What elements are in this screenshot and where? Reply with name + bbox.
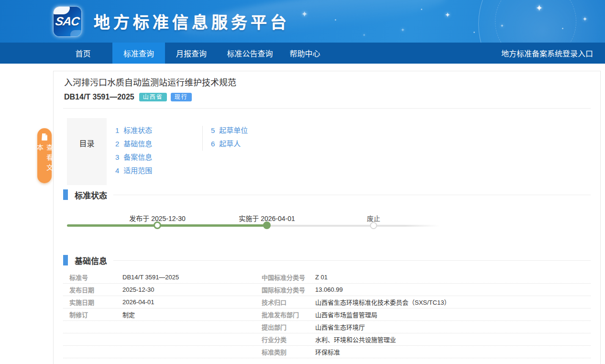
toc-item-basic-info[interactable]: 2基础信息: [115, 137, 202, 151]
section-heading-basic-info: 基础信息: [63, 255, 591, 265]
basic-info-table: 标准号 DB14/T 3591—2025 中国标准分类号 Z 01 发布日期 2…: [63, 271, 591, 358]
nav-item-standard-search[interactable]: 标准查询: [112, 43, 165, 64]
toc-column-2: 5起草单位 6起草人: [202, 118, 308, 185]
province-badge: 山西省: [139, 93, 167, 101]
section-heading-status: 标准状态: [63, 189, 591, 200]
toc-item-filing-info[interactable]: 3备案信息: [115, 151, 202, 164]
timeline-line-active: [67, 224, 267, 227]
site-header: ✦ ✦ ✦ ✦ ✦ ✦ ✦ SAC 地方标准信息服务平台: [0, 0, 605, 43]
toc-label: 目录: [67, 118, 107, 185]
table-row: 标准号 DB14/T 3591—2025 中国标准分类号 Z 01: [63, 271, 591, 284]
sac-logo[interactable]: SAC: [54, 7, 81, 36]
status-timeline: 发布于 2025-12-30 实施于 2026-04-01 废止: [63, 206, 591, 235]
banner-light-streak: [178, 0, 448, 43]
sparkle-icon: ✦: [500, 24, 504, 28]
sparkle-icon: ✦: [536, 4, 543, 12]
table-row: 行业分类 水利、环境和公共设施管理业: [63, 333, 591, 346]
table-row: 标准类别 环保标准: [63, 346, 591, 358]
status-badge: 现行: [171, 93, 192, 101]
dot-decoration: [473, 32, 475, 33]
heading-accent-bar: [63, 255, 68, 265]
toc-item-drafter[interactable]: 6起草人: [211, 137, 308, 151]
sparkle-icon: ✦: [583, 16, 587, 22]
toc-item-scope[interactable]: 4适用范围: [115, 164, 202, 177]
document-icon: [42, 133, 48, 141]
timeline-label-abolished: 废止: [367, 213, 380, 223]
table-row: 实施日期 2026-04-01 技术归口 山西省生态环境标准化技术委员会（SXS…: [63, 296, 591, 309]
main-nav: 首页 标准查询 月报查询 标准公告查询 帮助中心 地方标准备案系统登录入口: [0, 43, 605, 64]
timeline-node-abolished: [370, 222, 377, 229]
heading-rule: [113, 260, 591, 261]
page: ✦ ✦ ✦ ✦ ✦ ✦ ✦ SAC 地方标准信息服务平台 首页 标准查询 月报查…: [0, 0, 605, 364]
heading-accent-bar: [63, 189, 68, 200]
nav-item-help-center[interactable]: 帮助中心: [282, 43, 328, 64]
dot-decoration: [562, 28, 563, 29]
view-text-label: 查看文本: [35, 144, 54, 183]
sparkle-icon: ✦: [445, 11, 451, 18]
table-row: 制修订 制定 批准发布部门 山西省市场监督管理局: [63, 309, 591, 321]
filing-system-login-link[interactable]: 地方标准备案系统登录入口: [501, 43, 593, 64]
sparkle-icon: ✦: [401, 28, 405, 33]
section-title-status: 标准状态: [75, 189, 107, 201]
toc: 目录 1标准状态 2基础信息 3备案信息 4适用范围 5起草单位: [67, 118, 591, 185]
toc-item-drafting-unit[interactable]: 5起草单位: [211, 124, 308, 137]
nav-item-home[interactable]: 首页: [54, 43, 112, 64]
view-text-button[interactable]: 查看文本: [37, 128, 52, 183]
sparkle-icon: ✦: [363, 33, 366, 37]
standard-code: DB14/T 3591—2025: [64, 93, 134, 101]
timeline-node-implemented: [263, 221, 271, 229]
timeline-line-future: [267, 225, 439, 227]
sparkle-icon: ✦: [301, 11, 308, 18]
standard-code-row: DB14/T 3591—2025 山西省 现行: [64, 92, 591, 102]
section-title-basic-info: 基础信息: [75, 254, 107, 266]
nav-item-announcement-search[interactable]: 标准公告查询: [218, 43, 282, 64]
toc-column-1: 1标准状态 2基础信息 3备案信息 4适用范围: [107, 118, 202, 185]
sac-logo-text: SAC: [55, 14, 80, 28]
dot-decoration: [421, 9, 422, 10]
toc-item-standard-status[interactable]: 1标准状态: [115, 124, 202, 137]
timeline-node-published: [154, 221, 161, 229]
nav-item-monthly-report[interactable]: 月报查询: [165, 43, 218, 64]
title-divider: [63, 108, 591, 109]
content-card: 入河排污口水质自动监测站运行维护技术规范 DB14/T 3591—2025 山西…: [53, 71, 601, 364]
table-row: 发布日期 2025-12-30 国际标准分类号 13.060.99: [63, 284, 591, 296]
heading-rule: [113, 195, 591, 195]
standard-title: 入河排污口水质自动监测站运行维护技术规范: [64, 78, 591, 88]
table-row: 提出部门 山西省生态环境厅: [63, 321, 591, 333]
dot-decoration: [335, 19, 336, 21]
